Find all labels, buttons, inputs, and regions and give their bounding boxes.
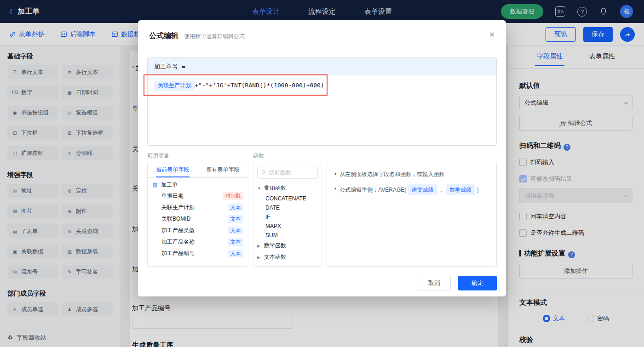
variable-name: 单据日期: [161, 192, 184, 200]
confirm-button[interactable]: 确定: [458, 276, 497, 290]
function-search: [257, 166, 318, 179]
help-text-1: 从左侧面板选择字段名和函数，或输入函数: [339, 170, 444, 179]
dialog-header: 公式编辑 使用数学运算符编辑公式: [138, 20, 506, 41]
variable-row[interactable]: 关联BOMID文本: [148, 213, 248, 225]
function-group-math[interactable]: ▶ 数学函数: [253, 240, 322, 251]
function-item[interactable]: SUM: [253, 231, 322, 240]
dialog-title: 公式编辑: [149, 31, 178, 41]
tab-current-form-fields[interactable]: 当前表单字段: [148, 162, 198, 177]
function-item[interactable]: DATE: [253, 203, 322, 212]
function-search-input[interactable]: [269, 169, 314, 176]
help-example-prefix: 公式编辑举例：AVERAGE(: [339, 187, 406, 193]
help-panel: • 从左侧面板选择字段名和函数，或输入函数 • 公式编辑举例：AVERAGE( …: [327, 162, 497, 267]
variable-row[interactable]: 关联生产计划文本: [148, 202, 248, 213]
chevron-right-icon: ▶: [257, 244, 262, 248]
help-body: • 从左侧面板选择字段名和函数，或输入函数 • 公式编辑举例：AVERAGE( …: [327, 162, 496, 203]
search-icon: [261, 170, 266, 175]
formula-editor: 加工单号 = 关联生产计划+"-"+'JG'+INT(RAND()*(1000-…: [147, 57, 497, 146]
field-type-tag: 文本: [228, 215, 243, 223]
tab-all-form-fields[interactable]: 所有表单字段: [198, 162, 248, 177]
functions-panel: ▼ 常用函数 CONCATENATE DATE IF MAPX SUM ▶ 数学…: [253, 162, 322, 267]
variable-name: 加工产品名称: [161, 238, 195, 246]
example-chip: 数学成绩: [446, 184, 475, 195]
panel-labels: 可用变量 函数: [147, 152, 497, 160]
help-line-1: • 从左侧面板选择字段名和函数，或输入函数: [334, 170, 489, 179]
function-group-label: 文本函数: [264, 253, 286, 261]
form-node[interactable]: 加工单: [148, 178, 248, 190]
variable-row[interactable]: 加工产品类型文本: [148, 225, 248, 236]
bullet-icon: •: [334, 170, 336, 179]
variable-name: 关联生产计划: [161, 204, 195, 211]
formula-target-label: 加工单号 =: [148, 58, 496, 75]
form-doc-icon: [152, 182, 158, 188]
variable-name: 加工产品编号: [161, 250, 195, 257]
chevron-right-icon: ▶: [257, 255, 262, 260]
variables-panel-label: 可用变量: [147, 152, 253, 160]
dialog-subtitle: 使用数学运算符编辑公式: [184, 33, 245, 40]
variable-row[interactable]: 单据日期时间戳: [148, 190, 248, 202]
function-item[interactable]: CONCATENATE: [253, 194, 322, 203]
formula-input-area[interactable]: 关联生产计划+"-"+'JG'+INT(RAND()*(1000-000)+00…: [148, 75, 496, 145]
chevron-down-icon: ▼: [257, 186, 262, 191]
example-chip: 语文成绩: [408, 184, 437, 195]
variables-panel: 当前表单字段 所有表单字段 加工单 单据日期时间戳 关联生产计划文本 关联BOM…: [147, 162, 248, 267]
variables-tabs: 当前表单字段 所有表单字段: [148, 162, 248, 178]
variable-name: 关联BOMID: [161, 215, 190, 223]
dialog-footer: 取消 确定: [147, 276, 497, 290]
formula-edit-dialog: 公式编辑 使用数学运算符编辑公式 ✕ 加工单号 = 关联生产计划+"-"+'JG…: [138, 20, 506, 296]
example-separator: ，: [439, 187, 444, 193]
variable-row[interactable]: 加工产品编号文本: [148, 248, 248, 259]
form-node-label: 加工单: [161, 181, 178, 189]
field-type-tag: 文本: [228, 238, 243, 246]
function-item[interactable]: MAPX: [253, 222, 322, 231]
variable-name: 加工产品类型: [161, 227, 195, 234]
variable-chip[interactable]: 关联生产计划: [154, 81, 195, 91]
help-example-suffix: ): [477, 187, 479, 193]
function-group-label: 常用函数: [264, 184, 286, 192]
field-type-tag: 时间戳: [223, 192, 243, 200]
close-icon[interactable]: ✕: [489, 30, 495, 39]
dialog-panels: 当前表单字段 所有表单字段 加工单 单据日期时间戳 关联生产计划文本 关联BOM…: [147, 162, 497, 267]
formula-text: +"-"+'JG'+INT(RAND()*(1000-000)+000): [195, 82, 324, 89]
bullet-icon: •: [334, 184, 336, 193]
function-group-label: 数学函数: [264, 242, 286, 250]
function-group-text[interactable]: ▶ 文本函数: [253, 251, 322, 263]
function-item[interactable]: IF: [253, 212, 322, 222]
help-line-2: • 公式编辑举例：AVERAGE( 语文成绩 ， 数学成绩 ): [334, 184, 489, 195]
field-type-tag: 文本: [228, 250, 243, 257]
field-type-tag: 文本: [228, 204, 243, 211]
function-group-common[interactable]: ▼ 常用函数: [253, 182, 322, 194]
variable-row[interactable]: 加工产品名称文本: [148, 236, 248, 248]
functions-panel-label: 函数: [253, 152, 264, 160]
field-type-tag: 文本: [228, 227, 243, 234]
cancel-button[interactable]: 取消: [418, 276, 451, 290]
help-text-2: 公式编辑举例：AVERAGE( 语文成绩 ， 数学成绩 ): [339, 184, 479, 195]
